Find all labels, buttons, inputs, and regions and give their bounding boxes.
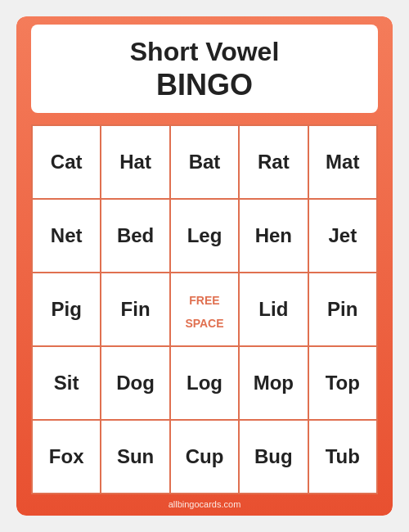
card-inner: Short Vowel BINGO CatHatBatRatMatNetBedL… <box>16 16 393 516</box>
bingo-cell: Leg <box>170 199 239 273</box>
bingo-cell: Top <box>308 346 377 420</box>
bingo-cell: Log <box>170 346 239 420</box>
bingo-cell: Fin <box>101 273 169 346</box>
bingo-grid: CatHatBatRatMatNetBedLegHenJetPigFinFREE… <box>31 124 378 494</box>
bingo-cell: Net <box>32 199 101 273</box>
bingo-cell: Cat <box>32 125 101 199</box>
bingo-cell: Lid <box>239 273 308 346</box>
bingo-cell: Bug <box>239 420 308 494</box>
title-area: Short Vowel BINGO <box>31 25 378 113</box>
bingo-cell: Rat <box>239 125 308 199</box>
bingo-cell: Mat <box>308 125 377 199</box>
bingo-cell: Tub <box>308 420 377 494</box>
bingo-cell: Hen <box>239 199 308 273</box>
bingo-cell: Sun <box>101 420 169 494</box>
bingo-cell: Jet <box>308 199 377 273</box>
bingo-cell: Cup <box>170 420 239 494</box>
footer-text: allbingocards.com <box>169 499 241 509</box>
free-space-label: FREESPACE <box>185 294 223 330</box>
title-line2: BINGO <box>39 67 370 102</box>
bingo-cell: Sit <box>32 346 101 420</box>
bingo-cell: Bed <box>101 199 169 273</box>
bingo-cell: Pig <box>32 273 101 346</box>
bingo-cell: Fox <box>32 420 101 494</box>
bingo-cell: FREESPACE <box>170 273 239 346</box>
bingo-cell: Dog <box>101 346 169 420</box>
bingo-cell: Pin <box>308 273 377 346</box>
bingo-cell: Hat <box>101 125 169 199</box>
title-line1: Short Vowel <box>39 36 370 67</box>
bingo-cell: Mop <box>239 346 308 420</box>
bingo-cell: Bat <box>170 125 239 199</box>
bingo-card: Short Vowel BINGO CatHatBatRatMatNetBedL… <box>16 16 393 516</box>
